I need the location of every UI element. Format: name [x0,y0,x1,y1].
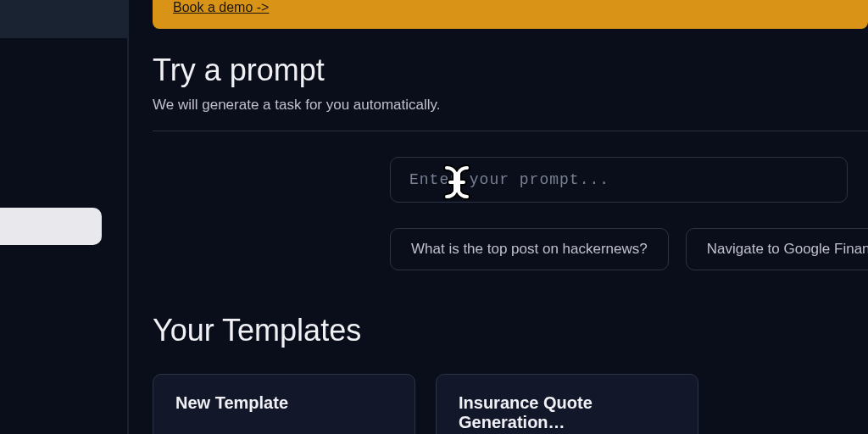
template-card-insurance[interactable]: Insurance Quote Generation… [436,374,698,434]
template-card-title: New Template [175,393,392,413]
suggestion-chip-google-finance[interactable]: Navigate to Google Finance a [686,228,868,270]
prompt-suggestions: What is the top post on hackernews? Navi… [390,228,868,270]
prompt-section-subtitle: We will generate a task for you automati… [153,97,868,114]
sidebar [0,0,127,434]
book-demo-link[interactable]: Book a demo -> [173,0,269,14]
prompt-input[interactable]: Enter your prompt... [390,157,848,203]
template-card-title: Insurance Quote Generation… [459,393,676,432]
suggestion-chip-hackernews[interactable]: What is the top post on hackernews? [390,228,669,270]
prompt-area: Enter your prompt... What is the top pos… [390,157,868,270]
templates-grid: New Template Insurance Quote Generation… [153,374,868,434]
sidebar-top-block [0,0,127,38]
section-divider [153,131,868,131]
main-content: Book a demo -> Try a prompt We will gene… [129,0,868,434]
prompt-section-title: Try a prompt [153,53,868,88]
prompt-placeholder: Enter your prompt... [409,171,609,188]
template-card-new[interactable]: New Template [153,374,415,434]
templates-section: Your Templates New Template Insurance Qu… [153,313,868,434]
sidebar-active-item[interactable] [0,208,102,245]
promo-banner: Book a demo -> [153,0,868,29]
templates-section-title: Your Templates [153,313,868,348]
prompt-section: Try a prompt We will generate a task for… [153,53,868,270]
